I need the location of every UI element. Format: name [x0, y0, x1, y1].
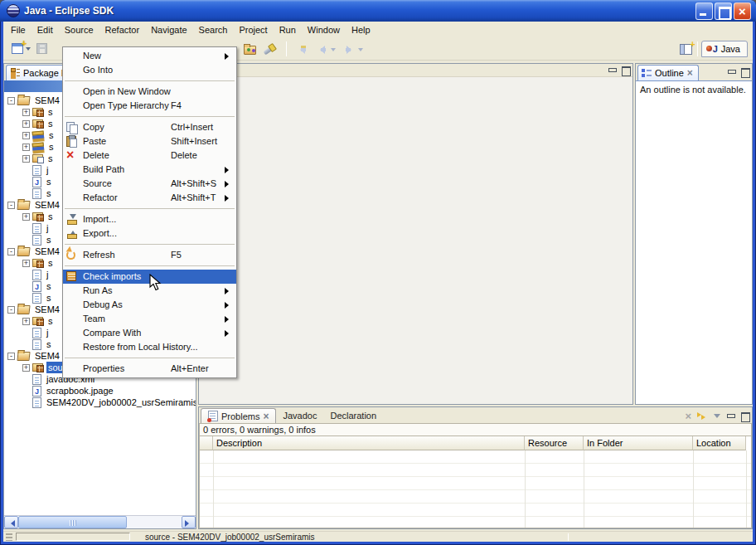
new-wizard-dropdown-icon[interactable] [26, 47, 31, 53]
scroll-left-button[interactable] [4, 516, 18, 528]
java-perspective-button[interactable]: Java [701, 41, 748, 57]
delete-marker-icon[interactable]: × [685, 411, 691, 421]
tree-expander[interactable]: + [22, 318, 30, 325]
problems-tab[interactable]: Problems × [201, 408, 276, 423]
menu-item-label: Source [83, 178, 112, 188]
menu-bar-item[interactable]: Run [274, 23, 302, 36]
package-explorer-hscrollbar[interactable] [4, 515, 196, 528]
close-button[interactable] [734, 2, 751, 20]
menu-item-label: Delete [83, 150, 109, 160]
menu-bar-item[interactable]: File [5, 23, 32, 36]
menu-bar-item[interactable]: Window [302, 23, 346, 36]
context-menu-item[interactable]: Open Type Hierarchy F4 [63, 99, 236, 113]
tree-item[interactable]: SEM420DV_job00002_usrSemiramis.lau [4, 397, 196, 408]
column-header[interactable]: In Folder [584, 436, 693, 450]
editor-maximize-icon[interactable] [621, 66, 629, 74]
outline-minimize-icon[interactable] [727, 68, 735, 75]
context-menu-item[interactable]: Compare With [63, 326, 236, 340]
view-menu-icon[interactable] [714, 414, 720, 421]
context-menu-item[interactable]: Build Path [63, 163, 236, 177]
editor-minimize-icon[interactable] [608, 66, 616, 74]
context-menu-item[interactable]: Copy Ctrl+Insert [63, 120, 236, 134]
column-header[interactable]: Description [213, 436, 525, 450]
menu-bar-item[interactable]: Search [193, 23, 234, 36]
outline-maximize-icon[interactable] [740, 68, 749, 75]
context-menu-item[interactable]: Delete Delete [63, 148, 236, 163]
problems-minimize-icon[interactable] [726, 412, 734, 420]
tree-expander[interactable]: - [7, 248, 15, 255]
context-menu-item[interactable] [63, 205, 236, 212]
menu-bar-item[interactable]: Edit [32, 23, 59, 36]
tree-item-icon [32, 270, 41, 280]
tree-item-label: scrapbook.jpage [45, 385, 115, 397]
new-wizard-button[interactable] [10, 41, 32, 56]
save-button[interactable] [35, 41, 49, 56]
context-menu-item[interactable] [63, 113, 236, 120]
context-menu-item[interactable]: Team [63, 312, 236, 326]
context-menu-item[interactable]: New [63, 49, 236, 63]
context-menu-item[interactable]: Restore from Local History... [63, 340, 236, 354]
last-edit-location-button[interactable] [294, 43, 310, 56]
column-divider [525, 450, 526, 528]
scroll-thumb[interactable] [18, 516, 127, 528]
context-menu-item[interactable]: Paste Shift+Insert [63, 134, 236, 148]
context-menu-item[interactable]: Export... [63, 226, 236, 241]
context-menu-item[interactable]: Go Into [63, 63, 236, 77]
context-menu-item[interactable]: Refresh F5 [63, 248, 236, 262]
minimize-button[interactable] [695, 2, 713, 20]
tree-item-icon [17, 201, 30, 210]
back-button[interactable] [314, 43, 337, 56]
scroll-right-button[interactable] [182, 516, 196, 528]
problems-maximize-icon[interactable] [740, 412, 749, 420]
context-menu-item[interactable] [63, 262, 236, 270]
tree-item[interactable]: scrapbook.jpage [4, 385, 196, 397]
context-menu-item[interactable]: Properties Alt+Enter [63, 362, 236, 376]
outline-message: An outline is not available. [636, 80, 752, 404]
menu-bar-item[interactable]: Source [59, 23, 99, 36]
forward-button[interactable] [342, 43, 365, 56]
tree-expander[interactable]: + [22, 260, 30, 267]
tab-outline[interactable]: Outline × [637, 65, 699, 80]
tree-expander[interactable]: + [22, 120, 30, 128]
tree-expander[interactable]: + [22, 109, 30, 116]
context-menu-item[interactable]: Source Alt+Shift+S [63, 177, 236, 191]
context-menu-item[interactable] [63, 354, 236, 362]
problems-tab[interactable]: Javadoc [276, 408, 323, 423]
filter-icon[interactable] [697, 412, 708, 421]
tree-expander[interactable]: - [7, 353, 15, 360]
tree-expander[interactable]: - [7, 306, 15, 314]
title-bar[interactable]: Java - Eclipse SDK [0, 0, 756, 22]
context-menu-item[interactable]: Open in New Window [63, 85, 236, 99]
tree-expander[interactable]: + [22, 132, 30, 139]
context-menu-item[interactable] [63, 77, 236, 85]
menu-bar-item[interactable]: Help [346, 23, 376, 36]
open-type-button[interactable] [242, 41, 258, 56]
menu-bar-item[interactable]: Refactor [99, 23, 146, 36]
column-header[interactable] [200, 436, 213, 450]
problems-tab-close-icon[interactable]: × [263, 412, 269, 421]
open-perspective-button[interactable] [678, 42, 694, 56]
problems-tab[interactable]: Declaration [323, 408, 383, 423]
outline-icon [642, 68, 652, 78]
column-header[interactable]: Resource [525, 436, 584, 450]
tree-item-icon [32, 165, 41, 176]
forward-dropdown-icon[interactable] [358, 48, 363, 54]
context-menu-item[interactable]: Debug As [63, 298, 236, 312]
tree-expander[interactable]: + [22, 213, 30, 221]
menu-bar-item[interactable]: Project [233, 23, 273, 36]
tree-expander[interactable]: - [7, 202, 15, 209]
maximize-button[interactable] [715, 2, 732, 20]
tree-expander[interactable]: + [22, 144, 30, 151]
context-menu-item[interactable] [63, 241, 236, 248]
tree-expander[interactable]: + [22, 364, 30, 372]
back-dropdown-icon[interactable] [331, 48, 336, 54]
outline-close-icon[interactable]: × [687, 69, 693, 77]
search-button[interactable] [262, 41, 279, 57]
context-menu-item[interactable]: Refactor Alt+Shift+T [63, 191, 236, 205]
tree-expander[interactable]: - [7, 97, 15, 105]
column-header[interactable]: Location [693, 436, 746, 450]
status-grip-icon[interactable] [6, 533, 12, 541]
tree-expander[interactable]: + [22, 155, 30, 163]
context-menu-item[interactable]: Import... [63, 212, 236, 226]
menu-bar-item[interactable]: Navigate [145, 23, 192, 36]
